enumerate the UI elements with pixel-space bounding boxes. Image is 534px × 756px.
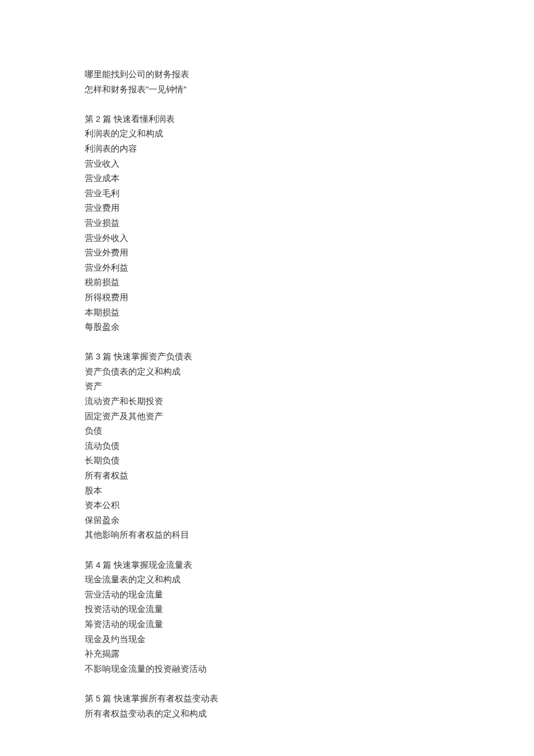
toc-item: 本期损益 xyxy=(85,305,456,321)
section-heading: 第 5 篇 快速掌握所有者权益变动表 xyxy=(85,692,456,707)
document-page: 哪里能找到公司的财务报表 怎样和财务报表"一见钟情" 第 2 篇 快速看懂利润表… xyxy=(0,0,456,721)
blank-line xyxy=(85,97,456,112)
toc-item: 保留盈余 xyxy=(85,513,456,528)
toc-item: 补充揭露 xyxy=(85,647,456,662)
section-heading: 第 2 篇 快速看懂利润表 xyxy=(85,112,456,127)
toc-item: 营业收入 xyxy=(85,157,456,172)
toc-item: 资产负债表的定义和构成 xyxy=(85,365,456,380)
intro-line: 哪里能找到公司的财务报表 xyxy=(85,67,456,82)
toc-item: 税前损益 xyxy=(85,275,456,290)
toc-item: 其他影响所有者权益的科目 xyxy=(85,528,456,543)
toc-item: 固定资产及其他资产 xyxy=(85,409,456,424)
toc-item: 流动负债 xyxy=(85,439,456,454)
toc-item: 投资活动的现金流量 xyxy=(85,602,456,617)
toc-item: 营业毛利 xyxy=(85,186,456,201)
toc-item: 营业外费用 xyxy=(85,246,456,261)
toc-item: 长期负债 xyxy=(85,453,456,469)
toc-item: 营业外利益 xyxy=(85,261,456,276)
toc-item: 不影响现金流量的投资融资活动 xyxy=(85,662,456,677)
intro-line: 怎样和财务报表"一见钟情" xyxy=(85,82,456,98)
blank-line xyxy=(85,335,456,350)
toc-item: 营业费用 xyxy=(85,201,456,216)
toc-item: 筹资活动的现金流量 xyxy=(85,617,456,632)
toc-item: 营业损益 xyxy=(85,216,456,231)
toc-item: 现金流量表的定义和构成 xyxy=(85,573,456,588)
section-heading: 第 4 篇 快速掌握现金流量表 xyxy=(85,558,456,573)
toc-item: 流动资产和长期投资 xyxy=(85,394,456,409)
toc-item: 资产 xyxy=(85,379,456,394)
toc-item: 利润表的内容 xyxy=(85,142,456,157)
toc-item: 所得税费用 xyxy=(85,290,456,305)
toc-item: 营业外收入 xyxy=(85,231,456,246)
toc-item: 营业活动的现金流量 xyxy=(85,588,456,603)
toc-item: 资本公积 xyxy=(85,498,456,513)
toc-item: 股本 xyxy=(85,484,456,499)
section-heading: 第 3 篇 快速掌握资产负债表 xyxy=(85,350,456,365)
blank-line xyxy=(85,543,456,558)
toc-item: 所有者权益变动表的定义和构成 xyxy=(85,707,456,722)
toc-item: 每股盈余 xyxy=(85,320,456,335)
toc-item: 利润表的定义和构成 xyxy=(85,127,456,142)
toc-item: 营业成本 xyxy=(85,171,456,186)
toc-item: 负债 xyxy=(85,424,456,439)
toc-item: 所有者权益 xyxy=(85,469,456,484)
blank-line xyxy=(85,676,456,692)
toc-item: 现金及约当现金 xyxy=(85,632,456,647)
